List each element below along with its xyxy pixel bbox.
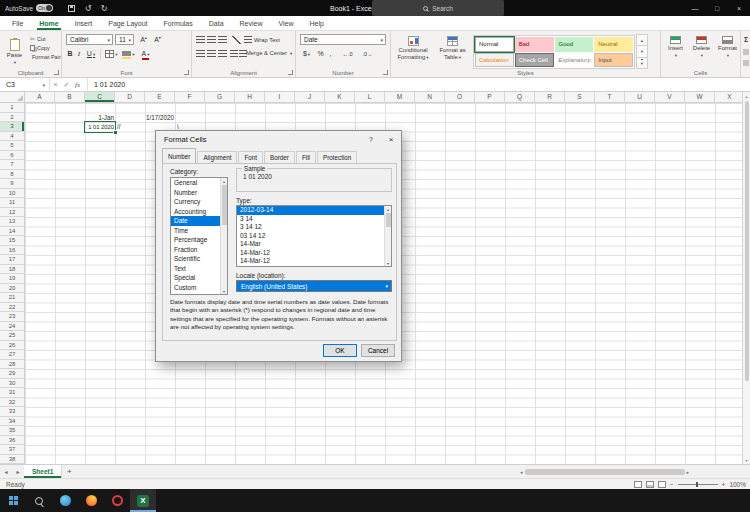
scroll-up-icon[interactable]: ▴	[745, 92, 747, 100]
select-all-corner[interactable]	[0, 92, 25, 103]
row-header-10[interactable]: 10	[0, 189, 24, 199]
number-format-select[interactable]: Date	[300, 34, 386, 45]
column-header-j[interactable]: J	[295, 92, 325, 102]
sheet-nav-left-icon[interactable]	[0, 465, 12, 478]
sheet-nav-right-icon[interactable]	[12, 465, 24, 478]
dialog-tab-fill[interactable]: Fill	[296, 151, 316, 163]
wrap-text-button[interactable]: Wrap Text	[244, 36, 280, 43]
menu-tab-view[interactable]: View	[271, 16, 302, 30]
row-header-19[interactable]: 19	[0, 274, 24, 284]
cut-button[interactable]: ✂Cut	[30, 34, 61, 43]
add-sheet-button[interactable]: +	[62, 465, 76, 478]
type-item-2[interactable]: 3 14 12	[237, 223, 384, 232]
decrease-font-size-button[interactable]: A	[151, 34, 164, 45]
column-header-g[interactable]: G	[205, 92, 235, 102]
excel-taskbar-button[interactable]: X	[130, 489, 156, 512]
column-header-b[interactable]: B	[55, 92, 85, 102]
edge-taskbar-button[interactable]	[52, 489, 78, 512]
conditional-formatting-button[interactable]: Conditional Formatting	[393, 34, 433, 74]
alignment-dialog-launcher-icon[interactable]	[288, 70, 293, 75]
column-header-w[interactable]: W	[685, 92, 715, 102]
clipboard-dialog-launcher-icon[interactable]	[54, 70, 59, 75]
category-item-special[interactable]: Special	[171, 273, 220, 283]
column-header-o[interactable]: O	[445, 92, 475, 102]
format-painter-button[interactable]: Format Painter	[30, 52, 61, 61]
decrease-indent-button[interactable]	[230, 50, 238, 58]
column-header-c[interactable]: C	[85, 92, 115, 102]
type-item-1[interactable]: 3 14	[237, 215, 384, 224]
type-scroll-thumb[interactable]	[386, 213, 391, 227]
align-middle-button[interactable]	[207, 36, 216, 44]
row-header-23[interactable]: 23	[0, 312, 24, 322]
dialog-tab-alignment[interactable]: Alignment	[197, 151, 237, 163]
category-item-general[interactable]: General	[171, 178, 220, 188]
insert-function-icon[interactable]: fx	[72, 81, 83, 89]
type-item-3[interactable]: 03 14 12	[237, 232, 384, 241]
cell-style-neutral[interactable]: Neutral	[594, 37, 633, 52]
type-item-5[interactable]: 14-Mar-12	[237, 249, 384, 258]
column-header-t[interactable]: T	[595, 92, 625, 102]
row-header-35[interactable]: 35	[0, 426, 24, 436]
menu-tab-page-layout[interactable]: Page Layout	[100, 16, 155, 30]
dialog-tab-font[interactable]: Font	[238, 151, 263, 163]
fill-button[interactable]	[743, 49, 749, 55]
autosave-toggle[interactable]: AutoSave On	[5, 0, 53, 16]
row-header-4[interactable]: 4	[0, 132, 24, 142]
minimize-button[interactable]: —	[684, 0, 706, 16]
dialog-tab-number[interactable]: Number	[162, 148, 196, 163]
accounting-format-button[interactable]: $	[300, 48, 313, 59]
category-item-number[interactable]: Number	[171, 188, 220, 198]
formula-cancel-icon[interactable]: ×	[50, 81, 61, 88]
row-header-37[interactable]: 37	[0, 445, 24, 455]
category-item-scientific[interactable]: Scientific	[171, 254, 220, 264]
row-header-3[interactable]: 3	[0, 122, 24, 132]
type-list-scrollbar[interactable]	[384, 206, 391, 266]
category-item-fraction[interactable]: Fraction	[171, 245, 220, 255]
category-scroll-down-icon[interactable]	[223, 288, 225, 294]
hscroll-left-icon[interactable]	[520, 469, 523, 475]
category-item-text[interactable]: Text	[171, 264, 220, 274]
type-item-4[interactable]: 14-Mar	[237, 240, 384, 249]
vertical-scrollbar[interactable]: ▴ ▾	[742, 92, 750, 464]
underline-button[interactable]: U	[84, 48, 98, 59]
row-header-12[interactable]: 12	[0, 208, 24, 218]
search-box[interactable]: Search	[372, 0, 504, 16]
row-header-31[interactable]: 31	[0, 388, 24, 398]
cell-style-check-cell[interactable]: Check Cell	[515, 53, 554, 68]
increase-font-size-button[interactable]: A	[137, 34, 150, 45]
row-header-15[interactable]: 15	[0, 236, 24, 246]
row-header-38[interactable]: 38	[0, 455, 24, 465]
sheet-tab-sheet1[interactable]: Sheet1	[24, 465, 62, 478]
row-header-32[interactable]: 32	[0, 398, 24, 408]
align-top-button[interactable]	[196, 36, 205, 44]
column-header-s[interactable]: S	[565, 92, 595, 102]
column-header-m[interactable]: M	[385, 92, 415, 102]
row-header-22[interactable]: 22	[0, 303, 24, 313]
category-item-percentage[interactable]: Percentage	[171, 235, 220, 245]
cell-d3[interactable]: //	[117, 123, 144, 132]
column-header-u[interactable]: U	[625, 92, 655, 102]
row-header-6[interactable]: 6	[0, 151, 24, 161]
name-box[interactable]: C3	[0, 78, 50, 92]
row-header-17[interactable]: 17	[0, 255, 24, 265]
row-header-18[interactable]: 18	[0, 265, 24, 275]
cancel-button[interactable]: Cancel	[361, 344, 395, 357]
column-header-h[interactable]: H	[235, 92, 265, 102]
maximize-button[interactable]: □	[706, 0, 728, 16]
row-header-1[interactable]: 1	[0, 103, 24, 113]
menu-tab-formulas[interactable]: Formulas	[156, 16, 201, 30]
cell-style-input[interactable]: Input	[594, 53, 633, 68]
page-layout-view-button[interactable]	[646, 481, 654, 488]
gallery-more-button[interactable]	[636, 57, 648, 69]
column-header-a[interactable]: A	[25, 92, 55, 102]
type-scroll-down-icon[interactable]	[387, 260, 389, 266]
type-item-6[interactable]: 14-Mar-12	[237, 257, 384, 266]
cell-style-explanatory-[interactable]: Explanatory...	[555, 53, 594, 68]
category-list-scrollbar[interactable]	[220, 178, 227, 294]
dialog-tab-protection[interactable]: Protection	[317, 151, 357, 163]
type-scroll-up-icon[interactable]	[387, 206, 389, 212]
font-family-select[interactable]: Calibri	[66, 34, 113, 45]
menu-tab-data[interactable]: Data	[201, 16, 232, 30]
menu-tab-home[interactable]: Home	[31, 16, 66, 30]
cell-e2[interactable]: 1/17/2020	[117, 114, 174, 123]
